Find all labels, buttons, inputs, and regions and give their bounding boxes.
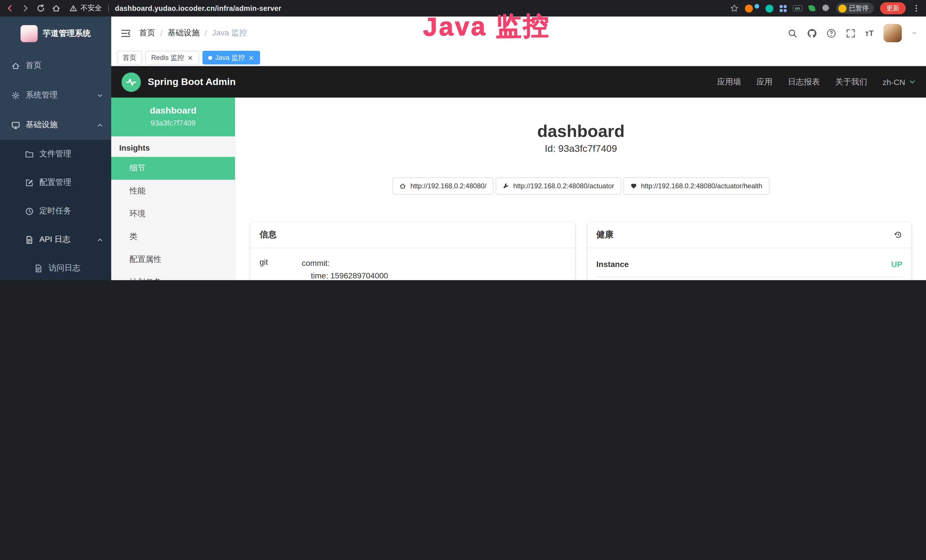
extension-icon-teal[interactable] bbox=[766, 4, 773, 12]
breadcrumb-separator: / bbox=[205, 29, 207, 38]
link-url: http://192.168.0.2:48080/actuator bbox=[513, 182, 614, 190]
infrastructure-submenu: 文件管理 配置管理 定时任务 API 日志 bbox=[0, 140, 111, 280]
health-card-body: Instance UP bbox=[587, 248, 911, 280]
extension-icon-leaf[interactable] bbox=[808, 5, 815, 12]
sba-item-label: 环境 bbox=[130, 209, 145, 219]
address-bar[interactable]: 不安全 dashboard.yudao.iocoder.cn/infra/adm… bbox=[70, 3, 281, 13]
close-icon[interactable] bbox=[248, 54, 254, 61]
sba-nav: 应用墙 应用 日志报表 关于我们 zh-CN bbox=[717, 77, 916, 87]
sba-item-classes[interactable]: 类 bbox=[111, 226, 235, 248]
sidebar-item-access-logs[interactable]: 访问日志 bbox=[0, 254, 111, 280]
infrastructure-icon bbox=[11, 121, 20, 129]
sba-item-config-props[interactable]: 配置属性 bbox=[111, 248, 235, 271]
github-icon[interactable] bbox=[807, 28, 817, 38]
text-size-icon[interactable]: тT bbox=[865, 29, 874, 38]
sba-instance-header[interactable]: dashboard 93a3fc7f7409 bbox=[111, 98, 235, 136]
instance-name: dashboard bbox=[117, 106, 229, 116]
info-value: commit: time: 1596289704000 id: 27aa832 … bbox=[302, 250, 566, 280]
menu-label: 首页 bbox=[26, 61, 103, 71]
app-logo[interactable]: 芋道管理系统 bbox=[0, 17, 111, 51]
tab-redis-monitor[interactable]: Redis 监控 bbox=[145, 51, 199, 65]
chevron-up-icon bbox=[97, 236, 103, 243]
sba-nav-applications[interactable]: 应用 bbox=[757, 77, 773, 87]
actuator-url-link[interactable]: http://192.168.0.2:48080/actuator bbox=[496, 177, 621, 195]
sba-item-environment[interactable]: 环境 bbox=[111, 203, 235, 226]
navbar-right: тT bbox=[787, 24, 917, 42]
home-icon bbox=[11, 61, 20, 70]
document-icon bbox=[34, 264, 43, 272]
sba-main: dashboard Id: 93a3fc7f7409 http://192.16… bbox=[236, 98, 926, 280]
profile-paused-badge[interactable]: 已暂停 bbox=[836, 3, 874, 14]
hamburger-icon[interactable] bbox=[120, 28, 131, 38]
cards-left-column: 信息 git commit: time: 1596289704000 id: 2 bbox=[250, 222, 575, 280]
screen: 不安全 dashboard.yudao.iocoder.cn/infra/adm… bbox=[0, 0, 926, 280]
menu-label: 文件管理 bbox=[39, 149, 103, 159]
tab-java-monitor[interactable]: Java 监控 bbox=[203, 51, 260, 65]
health-card: 健康 Instance UP bbox=[587, 222, 911, 280]
paused-label: 已暂停 bbox=[849, 4, 869, 12]
breadcrumb-separator: / bbox=[160, 29, 163, 38]
search-icon[interactable] bbox=[787, 28, 797, 38]
browser-home-icon[interactable] bbox=[52, 4, 61, 12]
chrome-update-button[interactable]: 更新 bbox=[880, 2, 906, 14]
git-commit-line: commit: bbox=[302, 257, 566, 269]
not-secure-warning-icon[interactable] bbox=[70, 5, 77, 12]
sba-item-details[interactable]: 细节 bbox=[111, 157, 235, 180]
pulse-icon bbox=[126, 76, 137, 88]
card-title: 健康 bbox=[596, 229, 613, 240]
breadcrumb-current: Java 监控 bbox=[212, 28, 247, 38]
history-icon[interactable] bbox=[894, 230, 902, 239]
user-menu-caret-icon[interactable] bbox=[911, 30, 917, 36]
help-icon[interactable] bbox=[826, 28, 836, 38]
sba-locale-select[interactable]: zh-CN bbox=[883, 77, 916, 86]
breadcrumb-infrastructure[interactable]: 基础设施 bbox=[168, 28, 200, 38]
close-icon[interactable] bbox=[187, 54, 194, 61]
sba-item-performance[interactable]: 性能 bbox=[111, 180, 235, 203]
sidebar-item-config-management[interactable]: 配置管理 bbox=[0, 168, 111, 197]
sidebar-item-home[interactable]: 首页 bbox=[0, 51, 111, 80]
extension-icon-orange[interactable] bbox=[745, 4, 753, 12]
extension-icon-grid[interactable] bbox=[780, 5, 787, 12]
user-avatar[interactable] bbox=[884, 24, 902, 42]
sba-item-scheduled-tasks[interactable]: 计划任务 bbox=[111, 271, 235, 280]
sba-item-label: 类 bbox=[130, 232, 138, 242]
insights-section-label: Insights bbox=[111, 136, 235, 157]
sidebar-item-scheduled-tasks[interactable]: 定时任务 bbox=[0, 197, 111, 226]
app-menu: 首页 系统管理 基础设施 文件管理 bbox=[0, 51, 111, 280]
sidebar-item-api-logs[interactable]: API 日志 bbox=[0, 226, 111, 254]
sba-item-label: 性能 bbox=[130, 186, 145, 196]
tab-home[interactable]: 首页 bbox=[117, 51, 142, 65]
logo-avatar bbox=[21, 25, 38, 42]
extension-icon-puzzle[interactable] bbox=[821, 4, 830, 12]
browser-menu-icon[interactable] bbox=[912, 4, 921, 12]
chevron-down-icon bbox=[97, 92, 103, 98]
menu-label: 配置管理 bbox=[39, 177, 103, 188]
wrench-icon bbox=[502, 183, 509, 189]
menu-label: 访问日志 bbox=[48, 263, 103, 273]
forward-icon[interactable] bbox=[21, 4, 30, 12]
sba-nav-wallboard[interactable]: 应用墙 bbox=[717, 77, 741, 87]
extension-icon-on-badge[interactable]: on bbox=[793, 5, 802, 11]
fullscreen-icon[interactable] bbox=[846, 28, 855, 38]
back-icon[interactable] bbox=[6, 4, 14, 12]
locale-label: zh-CN bbox=[883, 77, 905, 86]
extension-icon-blue-dot[interactable] bbox=[755, 4, 759, 8]
sba-item-label: 配置属性 bbox=[130, 254, 162, 265]
service-url-link[interactable]: http://192.168.0.2:48080/ bbox=[393, 177, 493, 195]
sba-nav-about[interactable]: 关于我们 bbox=[835, 77, 867, 87]
menu-label: 基础设施 bbox=[26, 120, 91, 130]
instance-id: 93a3fc7f7409 bbox=[117, 119, 229, 127]
bookmark-star-icon[interactable] bbox=[730, 4, 738, 12]
app-sidebar: 芋道管理系统 首页 系统管理 基础设施 bbox=[0, 17, 111, 280]
cards-right-column: 健康 Instance UP bbox=[587, 222, 911, 280]
sidebar-item-system-management[interactable]: 系统管理 bbox=[0, 80, 111, 110]
sidebar-item-file-management[interactable]: 文件管理 bbox=[0, 140, 111, 168]
folder-icon bbox=[25, 150, 34, 158]
info-key: git bbox=[260, 250, 302, 280]
reload-icon[interactable] bbox=[36, 4, 45, 12]
chevron-down-icon bbox=[909, 78, 916, 86]
health-url-link[interactable]: http://192.168.0.2:48080/actuator/health bbox=[623, 177, 769, 195]
sba-nav-journal[interactable]: 日志报表 bbox=[788, 77, 820, 87]
sidebar-item-infrastructure[interactable]: 基础设施 bbox=[0, 110, 111, 140]
breadcrumb-home[interactable]: 首页 bbox=[139, 28, 155, 38]
